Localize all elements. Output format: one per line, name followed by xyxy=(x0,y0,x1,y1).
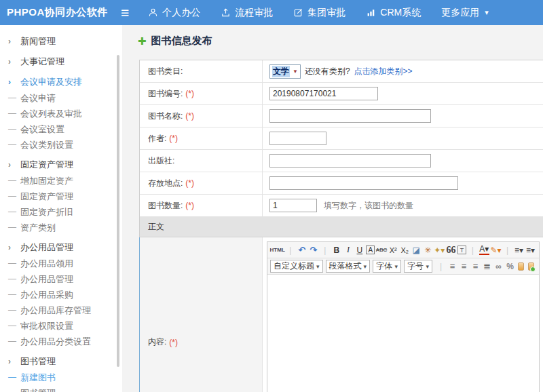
sidebar-item-supplies-manage[interactable]: —办公用品管理 xyxy=(0,271,122,287)
sidebar-item-meeting-category-setting[interactable]: —会议类别设置 xyxy=(0,137,122,153)
editor-toolbar-row1: HTML | ↶ ↷ | B I U A ABC X² X₂ ◪ ✳ xyxy=(267,242,539,258)
unlink-icon[interactable]: % xyxy=(505,260,515,273)
chevron-down-icon: ▾ xyxy=(426,263,430,270)
dash-icon: — xyxy=(8,256,16,271)
dash-icon: — xyxy=(8,220,16,235)
undo-icon[interactable]: ↶ xyxy=(297,244,307,256)
unordered-list-icon[interactable]: ≡▾ xyxy=(525,244,536,256)
sidebar-item-new-book[interactable]: —新建图书 xyxy=(0,370,122,385)
required-marker: (*) xyxy=(169,338,178,347)
blockquote-icon[interactable]: 66 xyxy=(446,244,456,256)
sidebar-item-meeting-room-setting[interactable]: —会议室设置 xyxy=(0,121,122,137)
insert-link-icon[interactable]: ∞ xyxy=(493,260,504,273)
nav-process-approval[interactable]: 流程审批 xyxy=(221,7,273,19)
sidebar-item-book-manage[interactable]: —图书管理 xyxy=(0,385,122,392)
dash-icon: — xyxy=(8,137,16,153)
book-number-input[interactable] xyxy=(269,87,378,100)
nav-group-approval[interactable]: 集团审批 xyxy=(293,7,345,19)
eraser-icon[interactable]: ◪ xyxy=(411,244,422,256)
subscript-icon[interactable]: X₂ xyxy=(400,244,410,256)
category-select[interactable]: 文学 ▼ xyxy=(269,64,301,79)
sidebar-item-supplies-purchase[interactable]: —办公用品采购 xyxy=(0,287,122,302)
sidebar-item-memorabilia-management[interactable]: ›大事记管理 xyxy=(0,54,122,70)
dash-icon: — xyxy=(8,370,16,385)
sidebar-item-add-fixed-asset[interactable]: —增加固定资产 xyxy=(0,173,122,189)
form-row-quantity: 图书数量:(*) 填写数字，该图书的数量 xyxy=(140,195,543,217)
body-section-header: 正文 xyxy=(140,217,543,237)
sidebar-item-meeting-apply-arrange[interactable]: ›会议申请及安排 xyxy=(0,74,122,90)
align-center-icon[interactable]: ≡ xyxy=(459,260,469,273)
sidebar-scrollbar[interactable] xyxy=(117,55,119,367)
align-right-icon[interactable]: ≡ xyxy=(470,260,481,273)
plus-icon: ✚ xyxy=(138,35,147,47)
redo-icon[interactable]: ↷ xyxy=(308,244,318,256)
strikethrough-icon[interactable]: ABC xyxy=(376,244,386,256)
required-marker: (*) xyxy=(185,111,194,121)
select-caret-icon: ▼ xyxy=(293,68,298,75)
dash-icon: — xyxy=(8,189,16,204)
chevron-right-icon: › xyxy=(8,353,11,370)
nav-more-apps[interactable]: 更多应用 ▾ xyxy=(441,7,489,19)
format-clear-icon[interactable]: ✳ xyxy=(423,244,433,256)
underline-icon[interactable]: U xyxy=(354,244,364,256)
sidebar-item-office-supplies-management[interactable]: ›办公用品管理 xyxy=(0,239,122,256)
font-color-icon[interactable]: A▾ xyxy=(479,245,489,255)
sidebar-item-supplies-inventory[interactable]: —办公用品库存管理 xyxy=(0,302,122,318)
toolbar-separator: | xyxy=(436,260,446,273)
menu-toggle-icon[interactable]: ≡ xyxy=(121,5,129,20)
superscript-icon[interactable]: X² xyxy=(388,244,398,256)
book-name-input[interactable] xyxy=(269,109,431,123)
html-source-icon[interactable]: HTML xyxy=(271,244,284,256)
align-justify-icon[interactable]: ≣ xyxy=(482,260,492,273)
location-input[interactable] xyxy=(269,176,458,190)
dash-icon: — xyxy=(8,121,16,137)
quantity-input[interactable] xyxy=(269,199,317,212)
form-row-content: 内容:(*) HTML | ↶ ↷ | B I U A ABC X² xyxy=(140,237,543,392)
sidebar-item-asset-category[interactable]: —资产类别 xyxy=(0,220,122,235)
rich-text-editor: HTML | ↶ ↷ | B I U A ABC X² X₂ ◪ ✳ xyxy=(267,241,540,392)
nav-personal-office[interactable]: 个人办公 xyxy=(148,7,200,19)
italic-icon[interactable]: I xyxy=(343,244,353,256)
align-left-icon[interactable]: ≡ xyxy=(447,260,457,273)
highlight-pen-icon[interactable]: ✎▾ xyxy=(491,244,501,256)
sidebar-item-book-management[interactable]: ›图书管理 xyxy=(0,353,122,370)
ordered-list-icon[interactable]: ≡▾ xyxy=(514,244,524,256)
dash-icon: — xyxy=(8,173,16,189)
chevron-down-icon: ▾ xyxy=(395,263,398,270)
author-input[interactable] xyxy=(269,132,326,145)
add-category-link[interactable]: 点击添加类别>> xyxy=(354,66,413,77)
format-brush-icon[interactable]: ✦▾ xyxy=(434,244,445,256)
insert-image-icon[interactable] xyxy=(528,262,534,271)
app-logo: PHPOA协同办公软件 xyxy=(0,6,117,19)
sidebar-item-fixed-asset-manage[interactable]: —固定资产管理 xyxy=(0,189,122,204)
image-icon[interactable] xyxy=(518,262,524,271)
chevron-right-icon: › xyxy=(8,239,11,256)
sidebar-item-supplies-category-setting[interactable]: —办公用品分类设置 xyxy=(0,334,122,349)
font-border-icon[interactable]: A xyxy=(366,246,375,254)
form-row-category: 图书类目: 文学 ▼ 还没有类别? 点击添加类别>> xyxy=(140,60,543,83)
sidebar-item-news-management[interactable]: ›新闻管理 xyxy=(0,33,122,50)
bold-icon[interactable]: B xyxy=(331,244,341,256)
sidebar-item-fixed-asset-depreciation[interactable]: —固定资产折旧 xyxy=(0,204,122,220)
main-content: ✚ 图书信息发布 图书类目: 文学 ▼ 还没有类别? 点击添加类别>> 图书编号… xyxy=(122,25,543,392)
page-title: ✚ 图书信息发布 xyxy=(138,35,543,47)
form-row-publisher: 出版社: xyxy=(140,150,543,172)
bar-chart-icon xyxy=(366,7,376,18)
custom-title-select[interactable]: 自定义标题▾ xyxy=(270,260,323,273)
form-row-location: 存放地点:(*) xyxy=(140,172,543,195)
nav-crm-system[interactable]: CRM系统 xyxy=(366,7,421,19)
compose-icon xyxy=(293,7,303,18)
sidebar-item-approval-permission-setting[interactable]: —审批权限设置 xyxy=(0,318,122,334)
sidebar-item-meeting-apply[interactable]: —会议申请 xyxy=(0,90,122,106)
chevron-down-icon: ▾ xyxy=(316,263,320,270)
paste-template-icon[interactable]: T xyxy=(457,246,466,254)
sidebar-item-meeting-list-approval[interactable]: —会议列表及审批 xyxy=(0,106,122,121)
sidebar-item-supplies-claim[interactable]: —办公用品领用 xyxy=(0,256,122,271)
font-size-select[interactable]: 字号▾ xyxy=(404,260,432,273)
sidebar-item-fixed-asset-management[interactable]: ›固定资产管理 xyxy=(0,157,122,173)
editor-content-area[interactable] xyxy=(267,275,539,392)
chevron-right-icon: › xyxy=(8,157,11,173)
font-family-select[interactable]: 字体▾ xyxy=(373,260,401,273)
paragraph-format-select[interactable]: 段落格式▾ xyxy=(326,260,371,273)
publisher-input[interactable] xyxy=(269,154,431,168)
